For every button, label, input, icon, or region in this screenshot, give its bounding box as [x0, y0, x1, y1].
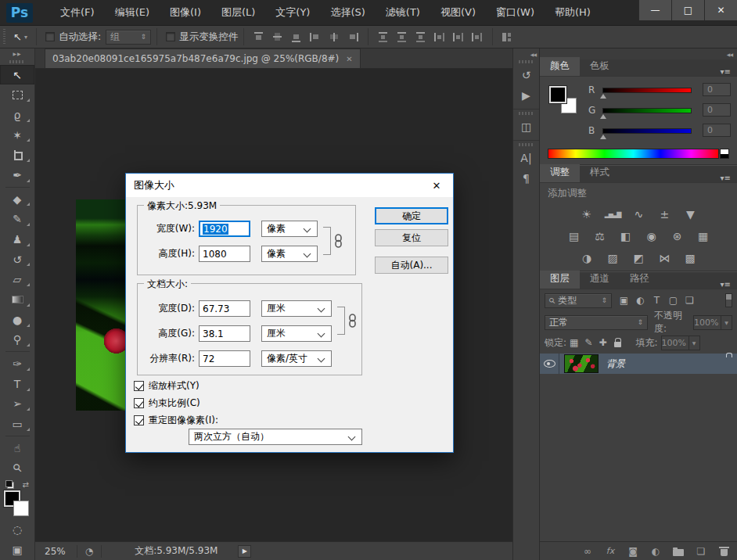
zoom-tool[interactable]: ⚲	[0, 458, 34, 479]
reset-button[interactable]: 复位	[375, 229, 448, 246]
align-left-edges-icon[interactable]	[309, 31, 322, 43]
delete-layer-icon[interactable]	[718, 547, 729, 556]
resolution-unit-select[interactable]: 像素/英寸	[261, 350, 332, 367]
default-colors-icon[interactable]	[5, 480, 14, 489]
menu-filter[interactable]: 滤镜(T)	[376, 0, 430, 25]
character-panel-icon[interactable]: A|	[513, 148, 539, 168]
photo-filter-icon[interactable]: ◉	[644, 230, 660, 242]
pixel-width-unit-select[interactable]: 像素	[261, 221, 318, 237]
align-horizontal-centers-icon[interactable]	[328, 31, 340, 43]
green-slider[interactable]	[602, 108, 692, 113]
black-white-icon[interactable]: ◧	[618, 230, 634, 242]
menu-layer[interactable]: 图层(L)	[211, 0, 265, 25]
vibrance-icon[interactable]: ▼	[682, 208, 698, 221]
lock-transparency-icon[interactable]: ▦	[570, 337, 578, 348]
foreground-color-swatch[interactable]	[549, 86, 566, 103]
rectangle-tool[interactable]: ▭	[0, 414, 34, 434]
auto-button[interactable]: 自动(A)...	[375, 257, 448, 274]
tools-panel-expand-icon[interactable]: ▶▶	[0, 48, 34, 59]
threshold-icon[interactable]: ◩	[631, 252, 646, 264]
type-tool[interactable]: T	[0, 374, 34, 394]
color-lookup-icon[interactable]: ▦	[696, 230, 711, 242]
panel-menu-icon[interactable]: ▾≡	[721, 67, 737, 76]
blue-value-field[interactable]: 0	[703, 124, 731, 137]
blue-slider[interactable]	[602, 128, 692, 134]
doc-width-unit-select[interactable]: 厘米	[261, 300, 332, 317]
blue-slider-thumb[interactable]	[600, 135, 606, 139]
path-selection-tool[interactable]: ➢	[0, 394, 34, 415]
auto-select-dropdown[interactable]: 组 ⇕	[106, 30, 151, 45]
tool-preset-arrow-icon[interactable]: ▾	[24, 34, 27, 41]
crop-tool[interactable]	[0, 145, 34, 165]
blend-mode-dropdown[interactable]: 正常 ⇕	[545, 315, 648, 330]
tab-layers[interactable]: 图层	[540, 270, 580, 289]
layer-style-icon[interactable]: fx	[605, 546, 616, 556]
lock-all-icon[interactable]	[614, 342, 621, 347]
doc-width-input[interactable]: 67.73	[199, 300, 250, 317]
layer-visibility-cell[interactable]	[540, 354, 559, 374]
curves-icon[interactable]: ∿	[631, 208, 646, 221]
distribute-bottom-edges-icon[interactable]	[415, 31, 427, 43]
menu-window[interactable]: 窗口(W)	[486, 0, 545, 25]
new-adjustment-layer-icon[interactable]: ◐	[650, 546, 661, 557]
screen-mode-button[interactable]: ▣	[0, 540, 34, 560]
resample-checkbox[interactable]	[134, 415, 144, 425]
brush-tool[interactable]: ✎	[0, 209, 34, 229]
clone-stamp-tool[interactable]: ♟	[0, 229, 34, 249]
show-transform-checkbox[interactable]	[166, 32, 175, 41]
menu-select[interactable]: 选择(S)	[320, 0, 375, 25]
eraser-tool[interactable]: ▱	[0, 269, 34, 289]
layer-name[interactable]: 背景	[606, 357, 625, 371]
brightness-contrast-icon[interactable]: ☀	[579, 208, 595, 221]
maximize-button[interactable]: □	[671, 0, 704, 20]
expand-panels-icon[interactable]: ◀◀	[513, 48, 539, 59]
tab-swatches[interactable]: 色板	[580, 57, 620, 76]
pixel-height-unit-select[interactable]: 像素	[261, 246, 318, 262]
color-spectrum-ramp[interactable]	[548, 149, 719, 159]
lock-position-icon[interactable]: ✚	[599, 337, 606, 348]
swap-colors-icon[interactable]: ⇄	[23, 480, 29, 489]
fill-dropdown-icon[interactable]: ▼	[688, 336, 699, 350]
tab-paths[interactable]: 路径	[620, 270, 660, 289]
doc-height-input[interactable]: 38.1	[199, 325, 250, 342]
lasso-tool[interactable]: ϱ	[0, 105, 34, 125]
distribute-top-edges-icon[interactable]	[377, 31, 390, 43]
link-layers-icon[interactable]: ∞	[582, 546, 593, 557]
levels-icon[interactable]: ▂▅▃▇	[605, 211, 621, 218]
spot-healing-brush-tool[interactable]: ◆	[0, 189, 34, 210]
quick-mask-button[interactable]: ◌	[0, 520, 34, 540]
filter-adjustment-layers-icon[interactable]: ◐	[633, 293, 648, 308]
filter-type-dropdown[interactable]: ⚲ 类型 ⇕	[545, 293, 612, 308]
channel-mixer-icon[interactable]: ⊛	[670, 230, 685, 242]
hue-saturation-icon[interactable]: ▤	[566, 230, 582, 242]
properties-panel-icon[interactable]: ◫	[513, 117, 539, 137]
dialog-close-icon[interactable]: ✕	[420, 174, 453, 197]
tab-adjustments[interactable]: 调整	[540, 163, 580, 182]
scale-styles-checkbox[interactable]	[134, 381, 144, 391]
new-group-icon[interactable]	[673, 547, 684, 556]
selective-color-icon[interactable]: ▩	[682, 252, 698, 264]
pixel-width-input[interactable]: 1920	[199, 221, 250, 237]
add-layer-mask-icon[interactable]: ◙	[627, 546, 638, 557]
move-tool[interactable]: ↖	[0, 65, 34, 85]
red-value-field[interactable]: 0	[703, 83, 731, 96]
resample-method-select[interactable]: 两次立方（自动）	[189, 429, 362, 445]
fill-field[interactable]: 100% ▼	[661, 336, 700, 350]
document-tab[interactable]: 03ab20e08091ce165975a7b487e6a79c.jpg @ 2…	[45, 48, 361, 68]
dodge-tool[interactable]: ⚲	[0, 330, 34, 350]
red-slider[interactable]	[602, 88, 692, 93]
gradient-map-icon[interactable]: ⋈	[656, 252, 672, 264]
dialog-title-bar[interactable]: 图像大小 ✕	[126, 174, 453, 197]
tab-channels[interactable]: 通道	[580, 270, 620, 289]
doc-height-unit-select[interactable]: 厘米	[261, 325, 332, 342]
layer-thumbnail[interactable]	[564, 354, 599, 373]
lock-pixels-icon[interactable]: ✎	[584, 337, 592, 348]
distribute-right-edges-icon[interactable]	[471, 31, 484, 43]
auto-align-layers-icon[interactable]	[502, 31, 514, 43]
blur-tool[interactable]: ●	[0, 310, 34, 330]
opacity-dropdown-icon[interactable]: ▼	[721, 316, 732, 329]
align-right-edges-icon[interactable]	[347, 31, 359, 43]
ok-button[interactable]: 确定	[375, 207, 448, 224]
hand-tool[interactable]: ☝	[0, 438, 34, 458]
menu-help[interactable]: 帮助(H)	[545, 0, 601, 25]
